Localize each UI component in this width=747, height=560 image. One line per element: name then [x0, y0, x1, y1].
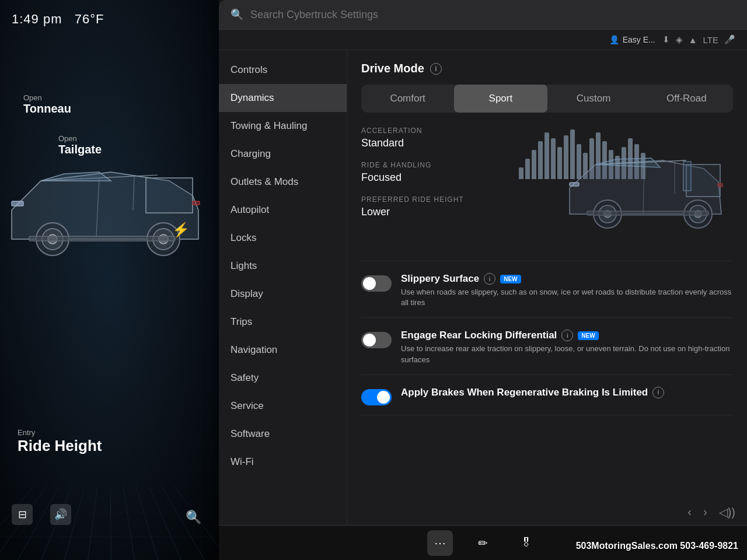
bar-chart-bar [544, 132, 549, 179]
volume-icon[interactable]: ◁)) [719, 505, 735, 519]
watermark: 503MotoringSales.com 503-469-9821 [576, 541, 738, 551]
tailgate-label[interactable]: Open Tailgate [58, 134, 102, 156]
voice-icon[interactable]: 🔊 [50, 504, 71, 525]
taskbar-pencil-icon[interactable]: ✏ [470, 530, 496, 556]
svg-marker-3 [41, 172, 111, 181]
sidebar-item-navigation[interactable]: Navigation [219, 336, 347, 364]
slippery-surface-text: Slippery Surface i NEW Use when roads ar… [401, 273, 733, 308]
slippery-surface-title: Slippery Surface i NEW [401, 273, 733, 285]
tonneau-text: Tonneau [23, 102, 71, 116]
regen-brakes-title-text: Apply Brakes When Regenerative Braking I… [401, 387, 648, 398]
sidebar-item-locks[interactable]: Locks [219, 224, 347, 252]
toggle-rear-locking: Engage Rear Locking Differential i NEW U… [361, 330, 733, 374]
tailgate-open-label: Open [58, 134, 102, 143]
tab-comfort[interactable]: Comfort [361, 85, 454, 113]
svg-rect-10 [29, 236, 175, 241]
chart-car-area [519, 127, 733, 243]
sidebar-item-outlets[interactable]: Outlets & Mods [219, 168, 347, 196]
regen-brakes-text: Apply Brakes When Regenerative Braking I… [401, 387, 733, 401]
scroll-arrows: ‹ › ◁)) [687, 505, 735, 519]
ride-height-text: Ride Height [18, 437, 102, 455]
slippery-toggle[interactable] [361, 275, 392, 292]
taskbar-menu-icon[interactable]: ⋯ [427, 530, 453, 556]
search-icon: 🔍 [231, 8, 243, 21]
acceleration-row: ACCELERATION Standard [361, 127, 507, 149]
drive-mode-title: Drive Mode [361, 62, 424, 75]
sidebar-item-dynamics[interactable]: Dynamics [219, 84, 347, 112]
rear-locking-info-icon[interactable]: i [561, 330, 573, 341]
content-panel: Drive Mode i Comfort Sport Custom Off-Ro… [347, 50, 747, 546]
rear-locking-title: Engage Rear Locking Differential i NEW [401, 330, 733, 341]
signal-icon: LTE [703, 35, 718, 45]
svg-rect-30 [718, 184, 722, 187]
drive-mode-info-icon[interactable]: i [430, 63, 442, 75]
preferred-height-value: Lower [361, 206, 507, 218]
sidebar-item-autopilot[interactable]: Autopilot [219, 196, 347, 224]
svg-marker-19 [683, 162, 691, 191]
sidebar-item-charging[interactable]: Charging [219, 140, 347, 168]
svg-rect-11 [12, 201, 23, 206]
tesla-ui-panel: 🔍 👤 Easy E... ⬇ ◈ ▲ LTE 🎤 Controls Dynam… [219, 0, 747, 560]
rear-locking-desc: Use to increase rear axle traction on sl… [401, 344, 733, 365]
slippery-surface-desc: Use when roads are slippery, such as on … [401, 287, 733, 308]
regen-brakes-toggle[interactable] [361, 389, 392, 405]
tonneau-label[interactable]: Open Tonneau [23, 93, 71, 116]
search-button-left[interactable]: 🔍 [186, 510, 201, 525]
tab-sport[interactable]: Sport [454, 85, 547, 113]
scroll-right-arrow[interactable]: › [703, 505, 707, 519]
preferred-height-label: PREFERRED RIDE HEIGHT [361, 195, 507, 204]
slippery-info-icon[interactable]: i [484, 273, 495, 285]
tab-custom[interactable]: Custom [547, 85, 640, 113]
bar-chart-bar [525, 159, 530, 179]
sidebar-nav: Controls Dynamics Towing & Hauling Charg… [219, 50, 347, 546]
sidebar-item-controls[interactable]: Controls [219, 56, 347, 84]
svg-rect-29 [570, 183, 579, 186]
search-bar[interactable]: 🔍 [219, 0, 747, 30]
svg-rect-26 [587, 211, 708, 215]
settings-main-row: ACCELERATION Standard RIDE & HANDLING Fo… [361, 127, 733, 243]
media-icon[interactable]: ⊟ [12, 504, 33, 525]
search-input[interactable] [250, 9, 735, 21]
ride-handling-value: Focused [361, 172, 507, 184]
drive-mode-header: Drive Mode i [361, 62, 733, 75]
regen-brakes-title: Apply Brakes When Regenerative Braking I… [401, 387, 733, 398]
sidebar-item-lights[interactable]: Lights [219, 252, 347, 280]
sidebar-item-towing[interactable]: Towing & Hauling [219, 112, 347, 140]
rear-locking-title-text: Engage Rear Locking Differential [401, 330, 557, 341]
bar-chart-bar [551, 138, 556, 179]
sidebar-item-display[interactable]: Display [219, 280, 347, 308]
sidebar-item-trips[interactable]: Trips [219, 308, 347, 336]
bar-chart-bar [538, 141, 543, 179]
svg-rect-12 [193, 201, 200, 205]
time-temperature: 1:49 pm 76°F [12, 12, 104, 27]
bottom-left-controls: ⊟ 🔊 [12, 504, 71, 525]
toggle-section: Slippery Surface i NEW Use when roads ar… [361, 261, 733, 415]
left-vehicle-panel: 1:49 pm 76°F Open Tonneau Open Tailgate [0, 0, 219, 560]
header-bar: 👤 Easy E... ⬇ ◈ ▲ LTE 🎤 [219, 30, 747, 50]
status-icons: ⬇ ◈ ▲ LTE 🎤 [662, 34, 735, 45]
tab-offroad[interactable]: Off-Road [640, 85, 733, 113]
sidebar-item-software[interactable]: Software [219, 420, 347, 448]
tailgate-text: Tailgate [58, 143, 102, 156]
preferred-ride-height-row: PREFERRED RIDE HEIGHT Lower [361, 195, 507, 218]
bluetooth-icon: ◈ [676, 34, 683, 45]
regen-brakes-info-icon[interactable]: i [652, 387, 664, 398]
ride-height-panel-label[interactable]: Entry Ride Height [18, 428, 102, 455]
lightning-icon: ⚡ [172, 222, 190, 238]
rear-locking-toggle[interactable] [361, 332, 392, 348]
toggle-slippery-surface: Slippery Surface i NEW Use when roads ar… [361, 273, 733, 318]
sidebar-item-safety[interactable]: Safety [219, 364, 347, 392]
sidebar-item-wifi[interactable]: Wi-Fi [219, 448, 347, 476]
settings-content: ACCELERATION Standard RIDE & HANDLING Fo… [361, 127, 733, 243]
bar-chart-bar [519, 167, 523, 179]
sidebar-item-service[interactable]: Service [219, 392, 347, 420]
taskbar-badge-icon[interactable]: 🎖 [514, 530, 539, 556]
time-display: 1:49 pm [12, 12, 62, 26]
wifi-icon: ▲ [689, 35, 697, 45]
svg-rect-2 [146, 178, 193, 213]
tonneau-open-label: Open [23, 93, 71, 102]
scroll-left-arrow[interactable]: ‹ [687, 505, 692, 519]
entry-label: Entry [18, 428, 102, 437]
left-overlay [0, 0, 219, 560]
download-icon: ⬇ [662, 34, 670, 45]
